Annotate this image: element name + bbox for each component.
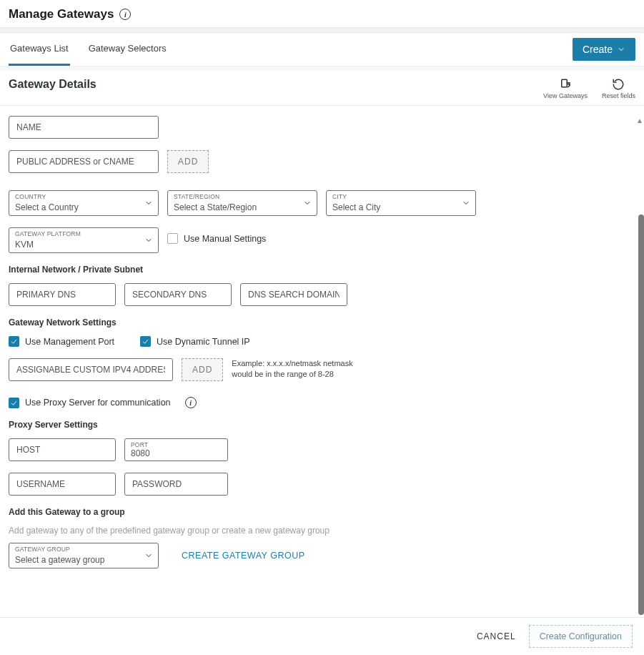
gateway-platform-label: GATEWAY PLATFORM (15, 230, 81, 237)
details-header: Gateway Details View Gateways Reset fiel… (0, 71, 644, 106)
secondary-dns-input[interactable] (124, 283, 232, 306)
proxy-port-label: PORT (131, 441, 148, 448)
tab-gateway-selectors[interactable]: Gateway Selectors (87, 33, 168, 66)
create-configuration-button[interactable]: Create Configuration (529, 625, 633, 648)
create-button[interactable]: Create (573, 38, 635, 61)
assignable-ipv4-hint: Example: x.x.x.x/netmask netmask would b… (232, 358, 375, 380)
public-address-input[interactable] (9, 150, 159, 173)
chevron-down-icon (617, 45, 625, 54)
form-scroll-area: ADD COUNTRY Select a Country STATE/REGIO… (0, 106, 644, 624)
state-select[interactable]: STATE/REGION Select a State/Region (167, 190, 317, 216)
use-management-port-checkbox[interactable]: Use Management Port (9, 336, 114, 347)
use-proxy-server-label: Use Proxy Server for communication (25, 398, 171, 408)
details-title: Gateway Details (9, 78, 96, 91)
info-icon[interactable]: i (185, 397, 197, 408)
gateway-platform-select[interactable]: GATEWAY PLATFORM KVM (9, 227, 159, 253)
checkbox-unchecked-icon (167, 233, 178, 244)
divider (0, 27, 644, 33)
proxy-host-input[interactable] (9, 438, 116, 461)
dns-search-domain-input[interactable] (240, 283, 347, 306)
page-title-row: Manage Gateways i (0, 0, 644, 27)
create-gateway-group-link[interactable]: CREATE GATEWAY GROUP (182, 551, 305, 561)
tabs-row: Gateways List Gateway Selectors Create (0, 33, 644, 67)
city-label: CITY (332, 193, 347, 200)
proxy-port-field[interactable]: PORT 8080 (124, 438, 228, 461)
primary-dns-input[interactable] (9, 283, 116, 306)
checkbox-checked-icon (9, 336, 19, 347)
cancel-button[interactable]: CANCEL (477, 625, 516, 648)
tabs: Gateways List Gateway Selectors (9, 33, 168, 66)
checkbox-checked-icon (9, 398, 19, 408)
reset-fields-action[interactable]: Reset fields (602, 78, 635, 99)
proxy-server-settings-label: Proxy Server Settings (9, 420, 635, 430)
add-to-group-label: Add this Gateway to a group (9, 507, 635, 517)
proxy-password-input[interactable] (124, 473, 228, 496)
reset-icon (612, 78, 625, 91)
state-label: STATE/REGION (174, 193, 219, 200)
country-label: COUNTRY (15, 193, 46, 200)
view-gateways-label: View Gateways (543, 92, 588, 99)
gateway-group-select[interactable]: GATEWAY GROUP Select a gateway group (9, 543, 159, 568)
reset-fields-label: Reset fields (602, 92, 635, 99)
view-gateways-action[interactable]: View Gateways (543, 78, 588, 99)
use-dynamic-tunnel-ip-label: Use Dynamic Tunnel IP (157, 337, 250, 347)
gateway-network-settings-label: Gateway Network Settings (9, 317, 635, 328)
use-dynamic-tunnel-ip-checkbox[interactable]: Use Dynamic Tunnel IP (140, 336, 250, 347)
add-to-group-sub: Add gateway to any of the predefined gat… (9, 526, 635, 536)
view-gateways-icon (559, 78, 572, 91)
city-value: Select a City (326, 190, 476, 216)
use-management-port-label: Use Management Port (25, 337, 114, 347)
tab-gateways-list[interactable]: Gateways List (9, 33, 70, 66)
name-input[interactable] (9, 116, 159, 139)
info-icon[interactable]: i (119, 9, 131, 20)
country-select[interactable]: COUNTRY Select a Country (9, 190, 159, 216)
assignable-ipv4-input[interactable] (9, 358, 173, 381)
proxy-username-input[interactable] (9, 473, 116, 496)
page-title: Manage Gateways (9, 7, 114, 21)
footer-bar: CANCEL Create Configuration (0, 617, 644, 655)
svg-rect-0 (562, 79, 568, 87)
add-ipv4-button[interactable]: ADD (182, 358, 223, 381)
create-button-label: Create (583, 44, 613, 55)
use-manual-settings-label: Use Manual Settings (184, 234, 266, 244)
internal-network-label: Internal Network / Private Subnet (9, 265, 635, 275)
add-address-button[interactable]: ADD (167, 150, 209, 173)
header-actions: View Gateways Reset fields (543, 78, 635, 99)
scrollbar-thumb[interactable] (638, 215, 644, 615)
checkbox-checked-icon (140, 336, 151, 347)
gateway-group-label: GATEWAY GROUP (15, 546, 70, 553)
city-select[interactable]: CITY Select a City (326, 190, 476, 216)
use-manual-settings-checkbox[interactable]: Use Manual Settings (167, 233, 266, 244)
use-proxy-server-checkbox[interactable]: Use Proxy Server for communication (9, 398, 171, 408)
